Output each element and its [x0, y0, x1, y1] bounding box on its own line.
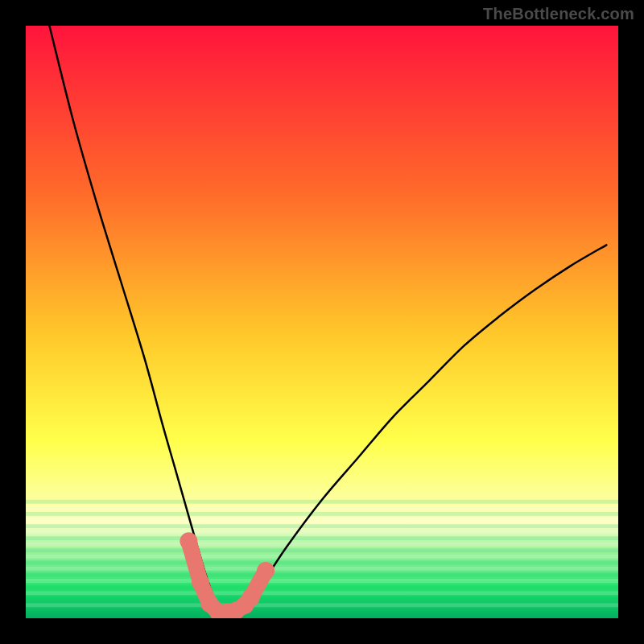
stripe [26, 603, 618, 607]
stripe [26, 585, 618, 589]
stripe [26, 512, 618, 516]
marker-dot [180, 532, 197, 550]
stripe [26, 543, 618, 547]
marker-dot [242, 588, 260, 606]
marker-dot [192, 574, 209, 592]
stripe [26, 567, 618, 571]
stripe [26, 560, 618, 564]
stripe [26, 518, 618, 522]
stripe [26, 573, 618, 577]
stripe [26, 530, 618, 535]
stripe [26, 506, 618, 510]
stripe [26, 597, 618, 601]
marker-dot [257, 562, 275, 580]
watermark-text: TheBottleneck.com [483, 5, 634, 23]
chart-frame: TheBottleneck.com [0, 0, 644, 644]
plot-area [26, 26, 618, 618]
stripe [26, 536, 618, 540]
stripe [26, 591, 618, 595]
chart-svg [26, 26, 618, 618]
stripe [26, 548, 618, 552]
stripe [26, 524, 618, 528]
gradient-background [26, 26, 618, 618]
stripe [26, 555, 618, 559]
stripe [26, 579, 618, 583]
